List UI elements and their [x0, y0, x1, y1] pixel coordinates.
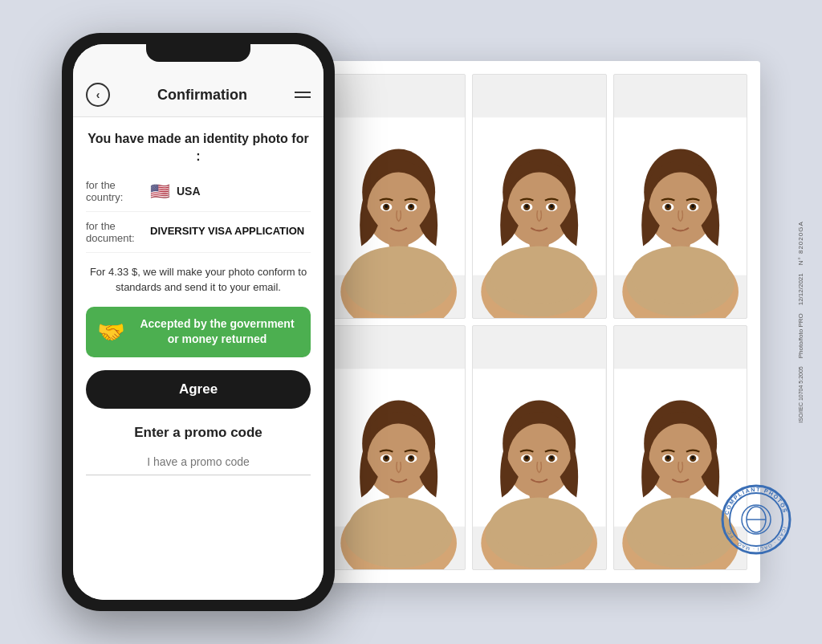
sheet-brand: Photo/foto PRO [797, 313, 804, 358]
svg-point-76 [649, 424, 712, 497]
promo-section: Enter a promo code [86, 425, 311, 475]
sheet-date: 12/12/2021 [797, 273, 804, 305]
sheet-side-info: N° 82020GA 12/12/2021 Photo/foto PRO ISO… [797, 221, 804, 423]
header-title: Confirmation [157, 87, 247, 104]
sheet-number: N° 82020GA [797, 221, 804, 265]
svg-point-54 [409, 456, 413, 459]
svg-point-23 [525, 205, 528, 208]
country-label: for the country: [86, 179, 150, 203]
phone-device: ‹ Confirmation You have made an identity… [62, 33, 335, 611]
promo-input[interactable] [86, 449, 311, 475]
svg-point-51 [385, 456, 388, 459]
svg-point-40 [691, 205, 694, 208]
promo-title: Enter a promo code [86, 425, 311, 441]
photo-sheet: N° 82020GA 12/12/2021 Photo/foto PRO ISO… [319, 61, 760, 583]
identity-title: You have made an identity photo for : [86, 130, 311, 166]
menu-button[interactable] [295, 92, 311, 98]
svg-point-37 [666, 205, 669, 208]
guarantee-text: Accepted by the government or money retu… [135, 316, 299, 348]
svg-point-6 [367, 173, 430, 246]
photo-cell-1-3 [613, 74, 747, 319]
svg-point-82 [691, 456, 694, 459]
price-text: For 4.33 $, we will make your photo conf… [86, 264, 311, 296]
svg-point-68 [550, 456, 553, 459]
compliance-stamp: COMPLIANT PHOTOS ICAO · OACI · MAO · FC [720, 483, 792, 559]
back-button[interactable]: ‹ [86, 83, 110, 107]
screen-content: You have made an identity photo for : fo… [73, 117, 324, 600]
svg-point-27 [490, 246, 589, 304]
sheet-iso: ISO/IEC 10704 5:2005 [798, 366, 804, 422]
photo-cell-1-2 [472, 74, 606, 319]
svg-point-20 [508, 173, 572, 246]
country-row: for the country: 🇺🇸 USA [86, 179, 311, 212]
svg-point-55 [349, 497, 449, 555]
scene: ‹ Confirmation You have made an identity… [0, 0, 822, 644]
svg-point-26 [550, 205, 553, 208]
svg-point-13 [349, 246, 449, 304]
svg-text:ICAO · OACI · MAO · FC: ICAO · OACI · MAO · FC [726, 526, 787, 552]
photo-cell-2-1 [332, 325, 466, 570]
phone-screen: ‹ Confirmation You have made an identity… [73, 44, 324, 600]
back-icon: ‹ [96, 88, 100, 101]
document-label: for the document: [86, 220, 150, 244]
svg-point-48 [367, 424, 430, 497]
svg-point-65 [525, 456, 528, 459]
photo-cell-2-2 [472, 325, 606, 570]
svg-point-41 [630, 246, 730, 304]
menu-line-2 [295, 96, 311, 98]
handshake-icon: 🤝 [97, 319, 125, 345]
document-value: DIVERSITY VISA APPLICATION [150, 225, 304, 238]
agree-button[interactable]: Agree [86, 370, 311, 409]
photo-cell-1-1 [332, 74, 466, 319]
svg-point-12 [409, 205, 413, 208]
menu-line-1 [295, 92, 311, 93]
svg-point-69 [490, 497, 589, 555]
svg-point-62 [508, 424, 572, 497]
svg-point-79 [666, 456, 669, 459]
phone-notch [146, 44, 250, 62]
document-row: for the document: DIVERSITY VISA APPLICA… [86, 220, 311, 253]
photo-row-2 [332, 325, 747, 570]
svg-point-34 [649, 173, 712, 246]
guarantee-banner: 🤝 Accepted by the government or money re… [86, 307, 311, 357]
svg-text:COMPLIANT PHOTOS: COMPLIANT PHOTOS [723, 487, 788, 516]
usa-flag: 🇺🇸 [150, 181, 170, 201]
photo-row-1 [332, 74, 747, 319]
svg-point-83 [630, 497, 730, 555]
svg-point-9 [385, 205, 388, 208]
country-name: USA [177, 185, 201, 198]
country-value: 🇺🇸 USA [150, 181, 201, 201]
